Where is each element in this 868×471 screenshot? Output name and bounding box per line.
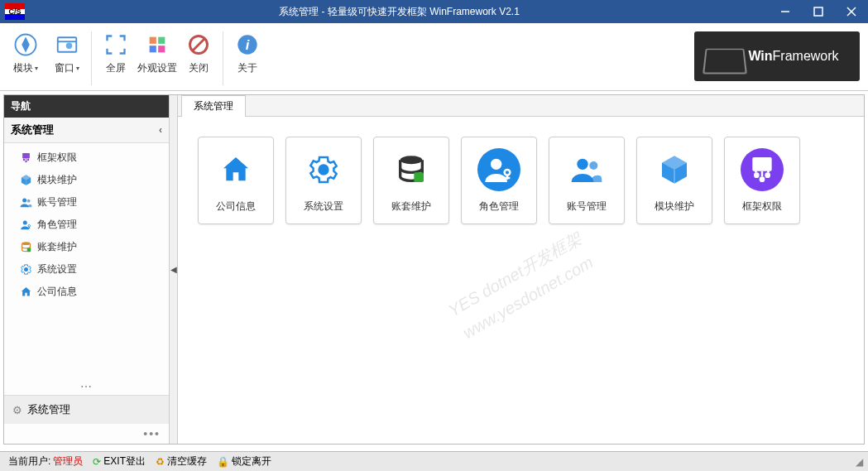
resize-grip[interactable]: ◢ — [856, 456, 863, 468]
db-icon — [19, 241, 32, 254]
card-4[interactable]: 账号管理 — [549, 137, 625, 224]
svg-rect-17 — [22, 153, 30, 158]
users-icon — [565, 148, 608, 191]
fullscreen-icon — [103, 31, 129, 58]
broom-icon: ♻ — [156, 456, 165, 468]
status-current-user: 当前用户: 管理员 — [5, 454, 86, 469]
sidebar-header: 导航 — [4, 95, 169, 118]
svg-marker-5 — [22, 39, 29, 51]
cube-icon — [653, 148, 696, 191]
svg-rect-9 — [150, 37, 156, 44]
brand-logo: WinFramework — [694, 31, 860, 81]
toolbar-module[interactable]: 模块▾ — [5, 26, 46, 90]
db-icon — [390, 148, 433, 191]
sidebar-item-3[interactable]: 角色管理 — [4, 214, 169, 236]
card-label: 账号管理 — [567, 199, 607, 214]
app-icon: C/S — [5, 3, 25, 20]
sidebar-overflow[interactable]: ••• — [4, 424, 169, 444]
sidebar-item-2[interactable]: 账号管理 — [4, 191, 169, 214]
close-button[interactable] — [835, 0, 868, 23]
gear-icon — [19, 263, 32, 276]
sidebar-item-label: 账套维护 — [37, 240, 77, 254]
sidebar-item-1[interactable]: 模块维护 — [4, 169, 169, 191]
svg-point-35 — [760, 176, 765, 182]
sidebar-item-6[interactable]: 公司信息 — [4, 281, 169, 303]
cube-icon — [19, 174, 32, 187]
sidebar-item-0[interactable]: 框架权限 — [4, 147, 169, 169]
forbidden-icon — [185, 31, 212, 58]
chevron-down-icon: ▾ — [35, 65, 38, 72]
svg-point-18 — [22, 159, 25, 161]
svg-point-24 — [28, 225, 31, 228]
compass-icon — [12, 31, 39, 58]
svg-point-30 — [505, 170, 511, 175]
shield-icon — [19, 151, 32, 165]
sidebar: 导航 系统管理 ‹ 框架权限模块维护账号管理角色管理账套维护系统设置公司信息 ⋯… — [4, 95, 170, 444]
svg-point-21 — [22, 199, 26, 203]
svg-point-23 — [22, 221, 26, 225]
sidebar-dots: ⋯ — [4, 378, 169, 395]
sidebar-item-4[interactable]: 账套维护 — [4, 236, 169, 258]
svg-rect-26 — [26, 248, 30, 252]
sidebar-section-toggle[interactable]: 系统管理 ‹ — [4, 118, 169, 143]
tab-system-management[interactable]: 系统管理 — [181, 95, 246, 117]
status-exit[interactable]: ⟳ EXIT登出 — [89, 454, 149, 469]
window-icon — [54, 31, 80, 58]
svg-rect-1 — [814, 7, 822, 16]
sidebar-item-label: 模块维护 — [37, 173, 77, 187]
card-label: 账套维护 — [391, 199, 431, 214]
exit-icon: ⟳ — [93, 456, 101, 468]
sidebar-item-5[interactable]: 系统设置 — [4, 258, 169, 281]
toolbar-close[interactable]: 关闭 — [178, 26, 219, 90]
svg-point-34 — [754, 172, 760, 178]
svg-rect-28 — [414, 172, 424, 182]
statusbar: 当前用户: 管理员 ⟳ EXIT登出 ♻ 清空缓存 🔒 锁定离开 ◢ — [0, 451, 868, 471]
role-icon — [19, 219, 32, 232]
sidebar-footer-item[interactable]: ⚙ 系统管理 — [4, 395, 169, 424]
svg-point-31 — [577, 158, 587, 169]
svg-point-8 — [66, 43, 73, 50]
toolbar-about[interactable]: i 关于 — [227, 26, 268, 90]
laptop-icon — [703, 49, 747, 74]
card-6[interactable]: 框架权限 — [724, 137, 800, 224]
toolbar: 模块▾ 窗口▾ 全屏 外观设置 关闭 i 关于 WinFramework — [0, 23, 868, 91]
minimize-button[interactable] — [769, 0, 802, 23]
sidebar-item-label: 角色管理 — [37, 218, 77, 232]
toolbar-window[interactable]: 窗口▾ — [46, 26, 88, 90]
status-clear-cache[interactable]: ♻ 清空缓存 — [152, 454, 210, 469]
card-2[interactable]: 账套维护 — [373, 137, 449, 224]
info-icon: i — [234, 31, 261, 58]
toolbar-appearance[interactable]: 外观设置 — [137, 26, 178, 90]
svg-rect-11 — [150, 46, 156, 52]
status-lock-leave[interactable]: 🔒 锁定离开 — [213, 454, 275, 469]
gear-icon — [302, 148, 345, 191]
card-label: 模块维护 — [655, 199, 694, 214]
sidebar-item-label: 系统设置 — [37, 262, 77, 276]
svg-text:i: i — [246, 37, 250, 52]
maximize-button[interactable] — [802, 0, 835, 23]
card-0[interactable]: 公司信息 — [198, 137, 274, 224]
card-5[interactable]: 模块维护 — [636, 137, 712, 224]
svg-point-32 — [589, 161, 597, 170]
card-label: 框架权限 — [742, 199, 782, 214]
sidebar-collapse[interactable]: ◀ — [170, 95, 178, 444]
sidebar-item-label: 账号管理 — [37, 195, 77, 209]
sidebar-item-label: 公司信息 — [37, 285, 77, 299]
users-icon — [19, 196, 32, 209]
card-label: 系统设置 — [304, 199, 343, 214]
tabbar: 系统管理 — [178, 95, 864, 117]
chevron-left-icon: ‹ — [159, 124, 162, 136]
sidebar-item-label: 框架权限 — [37, 151, 77, 165]
svg-point-22 — [26, 199, 30, 203]
toolbar-separator — [223, 31, 223, 85]
svg-rect-33 — [752, 157, 771, 171]
card-3[interactable]: 角色管理 — [461, 137, 537, 224]
svg-point-25 — [22, 242, 30, 245]
card-label: 角色管理 — [479, 199, 519, 214]
svg-rect-12 — [158, 46, 165, 52]
window-title: 系统管理 - 轻量级可快速开发框架 WinFramework V2.1 — [30, 5, 769, 19]
card-1[interactable]: 系统设置 — [285, 137, 362, 224]
toolbar-fullscreen[interactable]: 全屏 — [95, 26, 137, 90]
svg-point-19 — [25, 161, 27, 163]
role-icon — [477, 148, 520, 191]
